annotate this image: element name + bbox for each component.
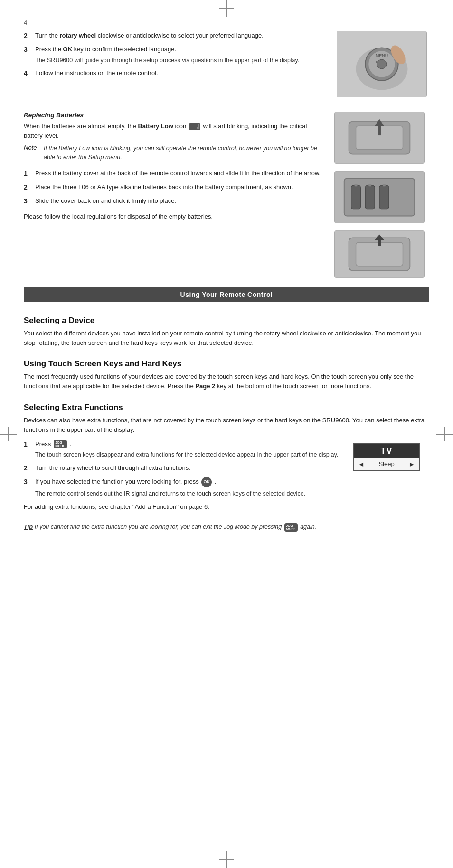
svg-rect-19	[368, 184, 371, 186]
svg-rect-23	[356, 242, 403, 266]
tv-display-row: ◄ Sleep ►	[354, 458, 419, 470]
svg-text:MENU: MENU	[376, 53, 388, 58]
svg-rect-16	[365, 185, 375, 209]
section-divider-text: Using Your Remote Control	[180, 291, 273, 298]
extra-step-2: 2 Turn the rotary wheel to scroll throug…	[24, 463, 344, 473]
battery-compartment-image	[334, 171, 425, 223]
battery-low-icon	[189, 123, 200, 130]
content-area: 4 2 Turn the rotary wheel clockwise or a…	[24, 19, 429, 532]
selecting-extra-title: Selecting Extra Functions	[24, 403, 429, 412]
svg-point-6	[377, 59, 387, 69]
tv-display-image: TV ◄ Sleep ►	[353, 439, 429, 516]
extra-step-3-indent: The remote control sends out the IR sign…	[35, 489, 344, 498]
selecting-extra-content: 1 Press JOGMODE . The touch screen keys …	[24, 439, 429, 516]
extra-step-1-indent: The touch screen keys disappear and extr…	[35, 450, 344, 459]
extra-step-1: 1 Press JOGMODE . The touch screen keys …	[24, 439, 344, 459]
touch-screen-title: Using Touch Screen Keys and Hard Keys	[24, 359, 429, 369]
tv-display: TV ◄ Sleep ►	[353, 443, 420, 471]
rotary-wheel-image: MENU GUIDE	[337, 31, 427, 97]
extra-step-3-text: If you have selected the function you we…	[35, 477, 344, 498]
svg-rect-12	[378, 126, 381, 135]
bold-battery-low: Battery Low	[138, 123, 173, 130]
extra-step-number-1: 1	[24, 439, 31, 459]
step-number-4: 4	[24, 68, 31, 78]
selecting-device-section: Selecting a Device You select the differ…	[24, 309, 429, 353]
battery-step-3-text: Slide the cover back on and click it fir…	[35, 196, 325, 206]
step-4-follow: 4 Follow the instructions on the remote …	[24, 68, 325, 78]
battery-images-column	[334, 112, 429, 278]
tv-arrow-right: ►	[408, 460, 415, 468]
page: 4 2 Turn the rotary wheel clockwise or a…	[0, 0, 453, 868]
extra-step-number-2: 2	[24, 463, 31, 473]
battery-intro: When the batteries are almost empty, the…	[24, 122, 325, 140]
section-divider: Using Your Remote Control	[24, 287, 429, 302]
svg-rect-25	[378, 240, 381, 246]
page-number: 4	[24, 19, 429, 26]
bold-page2: Page 2	[195, 382, 215, 390]
note-block: Note If the Battery Low icon is blinking…	[24, 144, 325, 162]
selecting-extra-text: Devices can also have extra functions, t…	[24, 416, 429, 435]
extra-step-3: 3 If you have selected the function you …	[24, 477, 344, 498]
note-label: Note	[24, 144, 41, 162]
step-number-2: 2	[24, 31, 31, 41]
step-number-3: 3	[24, 45, 31, 65]
extra-step-2-text: Turn the rotary wheel to scroll through …	[35, 463, 344, 473]
extra-footer: For adding extra functions, see chapter …	[24, 502, 344, 512]
touch-screen-text: The most frequently used functions of yo…	[24, 372, 429, 391]
jog-mode-icon-1: JOGMODE	[54, 440, 67, 448]
battery-step-1-text: Press the battery cover at the back of t…	[35, 169, 325, 179]
step-3-press-ok: 3 Press the OK key to confirm the select…	[24, 45, 325, 65]
svg-rect-20	[383, 184, 386, 186]
bold-ok: OK	[63, 46, 73, 53]
tip-label: Tip	[24, 523, 33, 530]
tv-display-label: Sleep	[378, 460, 394, 467]
selecting-extra-steps: 1 Press JOGMODE . The touch screen keys …	[24, 439, 344, 516]
step-2-text: Turn the rotary wheel clockwise or antic…	[35, 31, 325, 41]
touch-screen-section: Using Touch Screen Keys and Hard Keys Th…	[24, 353, 429, 396]
svg-rect-18	[355, 184, 358, 186]
replacing-batteries-title: Replacing Batteries	[24, 112, 325, 119]
replacing-batteries-title-text: Replacing Batteries	[24, 112, 84, 119]
selecting-device-title: Selecting a Device	[24, 316, 429, 325]
note-text: If the Battery Low icon is blinking, you…	[44, 144, 325, 162]
step-3-text: Press the OK key to confirm the selected…	[35, 45, 325, 65]
battery-cover-image-2	[334, 230, 425, 278]
top-section: 2 Turn the rotary wheel clockwise or ant…	[24, 31, 429, 97]
battery-step-number-3: 3	[24, 196, 31, 206]
step-3-indent: The SRU9600 will guide you through the s…	[35, 56, 325, 65]
extra-step-1-text: Press JOGMODE . The touch screen keys di…	[35, 439, 344, 459]
tv-display-title: TV	[354, 444, 419, 458]
jog-mode-icon-tip: JOGMODE	[284, 523, 298, 532]
battery-section: Replacing Batteries When the batteries a…	[24, 112, 429, 278]
tv-arrow-left: ◄	[358, 460, 365, 468]
step-2-turn-rotary: 2 Turn the rotary wheel clockwise or ant…	[24, 31, 325, 41]
battery-step-3: 3 Slide the cover back on and click it f…	[24, 196, 325, 206]
cross-bottom-horizontal	[219, 859, 234, 860]
extra-step-number-3: 3	[24, 477, 31, 498]
battery-step-number-2: 2	[24, 182, 31, 192]
tip-block: Tip If you cannot find the extra functio…	[24, 522, 429, 532]
battery-step-2: 2 Place the three L06 or AA type alkalin…	[24, 182, 325, 192]
battery-step-number-1: 1	[24, 169, 31, 179]
battery-step-2-text: Place the three L06 or AA type alkaline …	[35, 182, 325, 192]
selecting-device-text: You select the different devices you hav…	[24, 329, 429, 348]
battery-step-1: 1 Press the battery cover at the back of…	[24, 169, 325, 179]
battery-footer: Please follow the local regulations for …	[24, 212, 325, 221]
selecting-extra-section: Selecting Extra Functions Devices can al…	[24, 396, 429, 532]
svg-rect-17	[379, 185, 389, 209]
bold-rotary-wheel: rotary wheel	[60, 32, 96, 39]
battery-cover-image-1	[334, 112, 425, 164]
tip-text: If you cannot find the extra function yo…	[35, 524, 316, 530]
svg-rect-15	[351, 185, 361, 209]
battery-text-column: Replacing Batteries When the batteries a…	[24, 112, 325, 278]
cross-left-vertical	[8, 427, 9, 441]
remote-image-top: MENU GUIDE	[334, 31, 429, 97]
ok-button-icon: OK	[201, 477, 212, 487]
cross-top-horizontal	[219, 8, 234, 9]
step-4-text: Follow the instructions on the remote co…	[35, 68, 325, 78]
cross-right-vertical	[444, 427, 445, 441]
top-text: 2 Turn the rotary wheel clockwise or ant…	[24, 31, 325, 97]
